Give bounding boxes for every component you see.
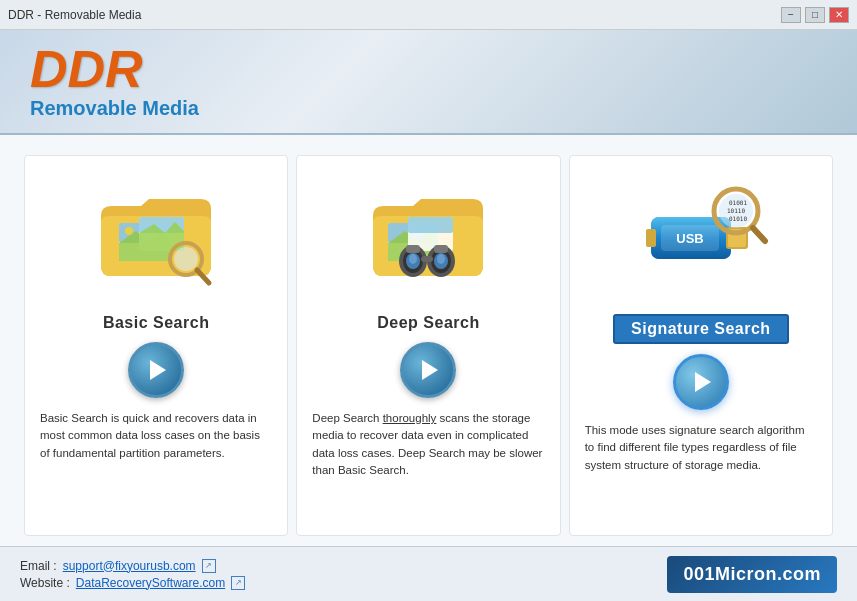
svg-line-38 [753, 228, 765, 241]
signature-search-panel: USB 01001 10110 01010 Signature Search [569, 155, 833, 536]
deep-search-label: Deep Search [377, 314, 479, 332]
deep-search-icon [363, 181, 493, 291]
basic-search-description: Basic Search is quick and recovers data … [40, 410, 272, 462]
svg-text:USB: USB [676, 231, 703, 246]
window-title: DDR - Removable Media [8, 8, 141, 22]
play-triangle-icon [150, 360, 166, 380]
main-content: Basic Search Basic Search is quick and r… [0, 135, 857, 546]
website-row: Website : DataRecoverySoftware.com ↗ [20, 576, 245, 590]
website-link[interactable]: DataRecoverySoftware.com [76, 576, 225, 590]
header-banner: DDR Removable Media [0, 30, 857, 135]
maximize-button[interactable]: □ [805, 7, 825, 23]
signature-search-description: This mode uses signature search algorith… [585, 422, 817, 474]
deep-search-panel: Deep Search Deep Search thoroughly scans… [296, 155, 560, 536]
close-button[interactable]: ✕ [829, 7, 849, 23]
svg-point-3 [125, 227, 133, 235]
signature-search-play-button[interactable] [673, 354, 729, 410]
svg-text:01010: 01010 [729, 215, 747, 222]
email-external-icon[interactable]: ↗ [202, 559, 216, 573]
window-controls: − □ ✕ [781, 7, 849, 23]
app-logo: DDR Removable Media [30, 43, 199, 120]
footer: Email : support@fixyourusb.com ↗ Website… [0, 546, 857, 601]
svg-rect-22 [406, 245, 420, 253]
basic-search-icon [91, 181, 221, 291]
svg-text:10110: 10110 [727, 207, 745, 214]
signature-search-label: Signature Search [613, 314, 789, 344]
website-external-icon[interactable]: ↗ [231, 576, 245, 590]
svg-rect-14 [408, 217, 453, 233]
deep-search-illustration [312, 166, 544, 306]
email-row: Email : support@fixyourusb.com ↗ [20, 559, 245, 573]
minimize-button[interactable]: − [781, 7, 801, 23]
deep-search-play-button[interactable] [400, 342, 456, 398]
footer-links: Email : support@fixyourusb.com ↗ Website… [20, 559, 245, 590]
svg-point-24 [409, 254, 417, 264]
logo-subtitle-text: Removable Media [30, 97, 199, 120]
email-link[interactable]: support@fixyourusb.com [63, 559, 196, 573]
play-triangle-icon [695, 372, 711, 392]
logo-ddr-text: DDR [30, 43, 199, 95]
basic-search-label: Basic Search [103, 314, 210, 332]
email-label: Email : [20, 559, 57, 573]
svg-text:01001: 01001 [729, 199, 747, 206]
svg-rect-21 [421, 256, 433, 262]
basic-search-illustration [40, 166, 272, 306]
website-label: Website : [20, 576, 70, 590]
deep-search-description: Deep Search thoroughly scans the storage… [312, 410, 544, 479]
signature-search-illustration: USB 01001 10110 01010 [585, 166, 817, 306]
basic-search-play-button[interactable] [128, 342, 184, 398]
svg-rect-32 [646, 229, 656, 247]
panels-row: Basic Search Basic Search is quick and r… [20, 155, 837, 536]
title-bar: DDR - Removable Media − □ ✕ [0, 0, 857, 30]
signature-search-icon: USB 01001 10110 01010 [631, 179, 771, 294]
svg-rect-23 [434, 245, 448, 253]
play-triangle-icon [422, 360, 438, 380]
basic-search-panel: Basic Search Basic Search is quick and r… [24, 155, 288, 536]
footer-brand: 001Micron.com [667, 556, 837, 593]
svg-point-25 [437, 254, 445, 264]
svg-point-8 [174, 247, 198, 271]
